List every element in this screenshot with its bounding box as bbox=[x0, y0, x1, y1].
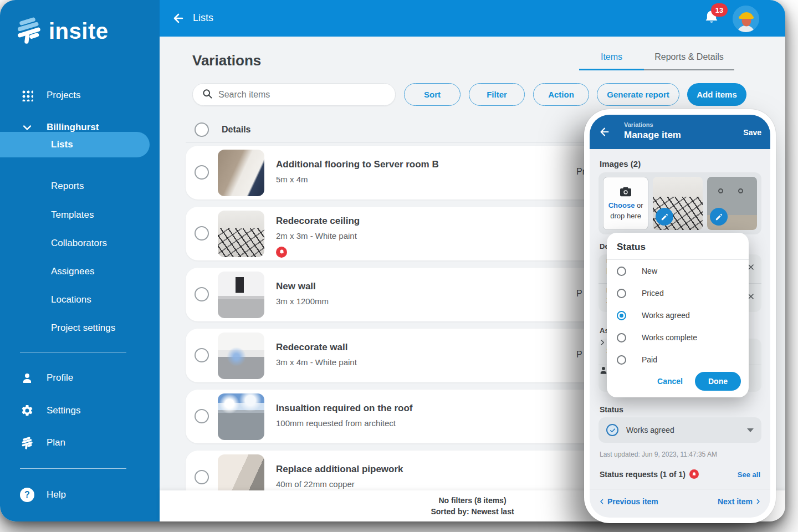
sort-button[interactable]: Sort bbox=[404, 83, 461, 106]
row-checkbox[interactable] bbox=[195, 409, 209, 423]
sidebar-item-label: Lists bbox=[51, 139, 73, 150]
user-avatar[interactable] bbox=[733, 6, 759, 32]
status-dropdown[interactable]: Works agreed bbox=[598, 417, 761, 443]
previous-item-button[interactable]: Previous item bbox=[598, 497, 658, 506]
row-checkbox[interactable] bbox=[195, 287, 209, 301]
sidebar-item-label: Projects bbox=[47, 90, 80, 101]
notification-count-badge: 13 bbox=[711, 3, 728, 17]
sidebar-item-label: Collaborators bbox=[51, 238, 107, 249]
sidebar-item-profile[interactable]: Profile bbox=[0, 367, 160, 389]
item-subtitle: 2m x 3m - White paint bbox=[276, 231, 357, 241]
next-item-button[interactable]: Next item bbox=[718, 497, 761, 506]
person-icon bbox=[20, 371, 34, 385]
sidebar-item-lists[interactable]: Lists bbox=[0, 132, 150, 157]
row-checkbox[interactable] bbox=[195, 165, 209, 180]
uploaded-image[interactable] bbox=[707, 177, 757, 230]
tab-bar: Items Reports & Details bbox=[579, 52, 734, 70]
item-title: New wall bbox=[276, 281, 316, 292]
done-button[interactable]: Done bbox=[695, 372, 741, 391]
sidebar-item-locations[interactable]: Locations bbox=[0, 289, 160, 311]
choose-link[interactable]: Choose bbox=[608, 201, 635, 209]
sidebar-item-collaborators[interactable]: Collaborators bbox=[0, 232, 160, 254]
status-option-new[interactable]: New bbox=[607, 260, 749, 282]
alert-bell-icon bbox=[689, 469, 699, 479]
row-checkbox[interactable] bbox=[195, 226, 209, 241]
sidebar-item-projects[interactable]: Projects bbox=[0, 84, 160, 106]
row-checkbox[interactable] bbox=[195, 348, 209, 362]
sidebar-item-reports[interactable]: Reports bbox=[0, 175, 160, 197]
status-section-label: Status bbox=[600, 405, 623, 414]
item-title: Insualtion required on the roof bbox=[276, 403, 413, 414]
status-modal-title: Status bbox=[607, 233, 749, 260]
chevron-down-icon bbox=[20, 122, 34, 133]
filter-button[interactable]: Filter bbox=[469, 83, 525, 106]
sidebar-item-label: Locations bbox=[51, 294, 91, 305]
sidebar-item-help[interactable]: ? Help bbox=[0, 484, 160, 506]
item-subtitle: 3m x 4m - White paint bbox=[276, 357, 357, 367]
row-checkbox[interactable] bbox=[195, 470, 209, 484]
radio-button[interactable] bbox=[617, 355, 626, 365]
sidebar-item-label: Plan bbox=[47, 437, 65, 448]
gear-icon bbox=[20, 404, 34, 417]
item-status: P bbox=[576, 350, 582, 360]
cancel-button[interactable]: Cancel bbox=[657, 377, 683, 386]
sort-summary: Sorted by: Newest last bbox=[431, 506, 514, 517]
phone-header: Variations Manage item Save bbox=[590, 115, 770, 149]
last-updated-text: Last updated: Jun 9, 2023, 11:47:35 AM bbox=[600, 451, 717, 458]
insite-logo-icon bbox=[14, 16, 43, 47]
back-arrow-icon[interactable] bbox=[172, 12, 185, 27]
grid-icon bbox=[20, 90, 34, 101]
sidebar-divider bbox=[20, 352, 126, 352]
sidebar-item-templates[interactable]: Templates bbox=[0, 204, 160, 226]
tab-reports-details[interactable]: Reports & Details bbox=[644, 52, 734, 70]
phone-save-button[interactable]: Save bbox=[743, 128, 761, 137]
radio-button[interactable] bbox=[617, 289, 626, 298]
images-section-label: Images (2) bbox=[600, 159, 641, 168]
add-items-button[interactable]: Add items bbox=[687, 83, 746, 106]
sidebar-item-settings[interactable]: Settings bbox=[0, 400, 160, 422]
sidebar-project-name: Billinghurst bbox=[47, 122, 99, 133]
chevron-right-icon bbox=[755, 498, 761, 505]
thumbnail-image bbox=[218, 150, 264, 196]
generate-report-button[interactable]: Generate report bbox=[597, 83, 679, 106]
thumbnail-image bbox=[218, 393, 264, 440]
action-button[interactable]: Action bbox=[533, 83, 589, 106]
notification-bell-icon[interactable]: 13 bbox=[703, 9, 722, 28]
list-header-label: Details bbox=[222, 125, 250, 135]
see-all-link[interactable]: See all bbox=[738, 470, 760, 479]
search-bar[interactable] bbox=[192, 83, 396, 106]
phone-screen: Variations Manage item Save Images (2) C… bbox=[590, 115, 770, 518]
option-label: New bbox=[642, 267, 657, 275]
sidebar-item-project-settings[interactable]: Project settings bbox=[0, 317, 160, 339]
sidebar-item-assignees[interactable]: Assignees bbox=[0, 260, 160, 283]
tab-items[interactable]: Items bbox=[579, 52, 644, 70]
option-label: Works agreed bbox=[642, 311, 690, 320]
topbar: Lists 13 bbox=[160, 0, 785, 37]
radio-button[interactable] bbox=[617, 333, 626, 342]
status-modal: Status New Priced Works agreed Works com… bbox=[607, 233, 749, 397]
sidebar: insite Projects Billinghurst Lists Repor… bbox=[0, 0, 160, 521]
sidebar-item-plan[interactable]: Plan bbox=[0, 432, 160, 454]
radio-button-selected[interactable] bbox=[617, 311, 626, 320]
item-status: P bbox=[576, 289, 582, 299]
phone-back-arrow-icon[interactable] bbox=[598, 126, 611, 140]
item-title: Redecorate ceiling bbox=[276, 216, 360, 227]
sidebar-divider bbox=[20, 468, 126, 469]
edit-image-button[interactable] bbox=[710, 208, 728, 226]
option-label: Works complete bbox=[642, 333, 697, 342]
status-requests-label: Status requests (1 of 1) bbox=[600, 470, 686, 479]
chevron-left-icon bbox=[598, 498, 605, 505]
image-upload-dropzone[interactable]: Choose or drop here bbox=[603, 177, 648, 230]
status-option-priced[interactable]: Priced bbox=[607, 282, 749, 304]
status-requests-row: Status requests (1 of 1) bbox=[600, 469, 699, 479]
uploaded-image[interactable] bbox=[653, 177, 703, 230]
status-option-paid[interactable]: Paid bbox=[607, 349, 749, 371]
radio-button[interactable] bbox=[617, 267, 626, 276]
status-dropdown-value: Works agreed bbox=[626, 426, 674, 434]
item-subtitle: 3m x 1200mm bbox=[276, 296, 329, 306]
status-option-works-agreed[interactable]: Works agreed bbox=[607, 304, 749, 326]
phone-context-label: Variations bbox=[624, 121, 653, 128]
select-all-checkbox[interactable] bbox=[195, 122, 209, 137]
status-option-works-complete[interactable]: Works complete bbox=[607, 326, 749, 349]
search-input[interactable] bbox=[218, 90, 379, 100]
